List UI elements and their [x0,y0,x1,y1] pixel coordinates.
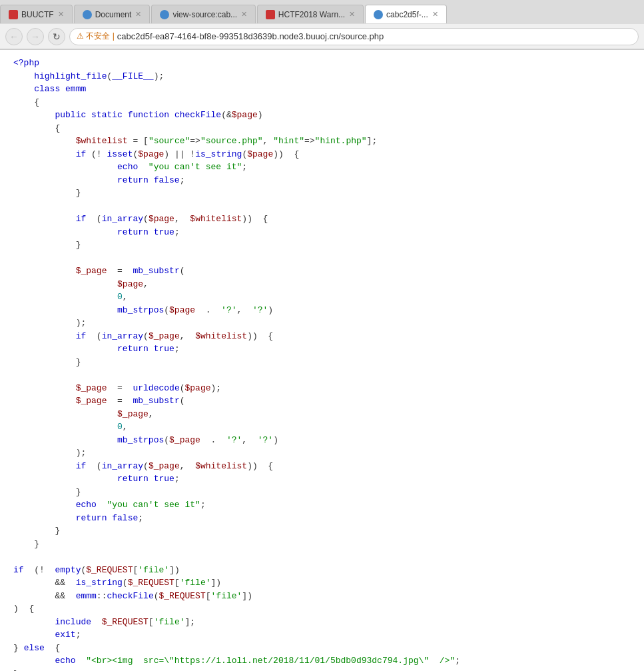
tab-buuctf-label: BUUCTF [21,10,54,19]
reload-button[interactable]: ↻ [48,28,65,45]
tab-hctf-label: HCTF2018 Warn... [278,10,345,19]
tab-active[interactable]: cabc2d5f-... ✕ [365,5,447,23]
address-bar: ← → ↻ ⚠ 不安全 | cabc2d5f-ea87-4164-bf8e-99… [0,24,644,49]
url-text: cabc2d5f-ea87-4164-bf8e-993518d3639b.nod… [117,31,384,41]
tab-document-label: Document [95,10,132,19]
tab-viewsource[interactable]: view-source:cab... ✕ [151,5,256,23]
forward-button[interactable]: → [27,28,44,45]
tab-bar: BUUCTF ✕ Document ✕ view-source:cab... ✕… [0,0,644,24]
tab-viewsource-label: view-source:cab... [172,10,237,19]
favicon-document [83,10,92,19]
tab-active-close[interactable]: ✕ [432,10,438,19]
tab-document[interactable]: Document ✕ [74,5,151,23]
tab-buuctf[interactable]: BUUCTF ✕ [0,5,73,23]
favicon-buuctf [9,10,18,19]
tab-active-label: cabc2d5f-... [386,10,428,19]
url-bar[interactable]: ⚠ 不安全 | cabc2d5f-ea87-4164-bf8e-993518d3… [69,28,639,45]
code-area: <?php highlight_file(__FILE__); class em… [0,50,644,671]
tab-hctf-close[interactable]: ✕ [349,10,355,19]
tab-document-close[interactable]: ✕ [135,10,141,19]
security-warning: ⚠ 不安全 | [77,31,115,42]
browser-chrome: BUUCTF ✕ Document ✕ view-source:cab... ✕… [0,0,644,50]
favicon-viewsource [160,10,169,19]
favicon-active [374,10,383,19]
favicon-hctf [266,10,275,19]
tab-hctf[interactable]: HCTF2018 Warn... ✕ [257,5,364,23]
tab-viewsource-close[interactable]: ✕ [241,10,247,19]
back-button[interactable]: ← [5,28,23,45]
tab-buuctf-close[interactable]: ✕ [58,10,64,19]
